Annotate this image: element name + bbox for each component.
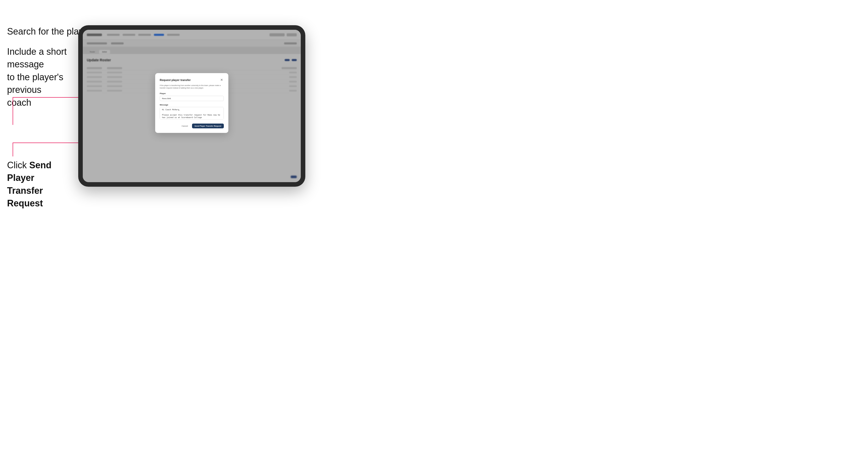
close-button[interactable]: ✕ (219, 78, 224, 82)
send-transfer-request-button[interactable]: Send Player Transfer Request (192, 123, 224, 128)
message-textarea[interactable]: Hi Coach McHarg, Please accept this tran… (160, 107, 224, 119)
arrow-line-vertical-1 (12, 97, 13, 125)
annotation-click-text: Click Send Player Transfer Request (7, 159, 73, 210)
cancel-button[interactable]: Cancel (180, 124, 190, 128)
tablet-frame: Roster Active Update Roster (78, 25, 305, 187)
modal-title: Request player transfer (160, 79, 191, 82)
modal-description: If the player is transferring from anoth… (160, 84, 224, 89)
arrow-line-vertical-2a (12, 143, 13, 156)
player-input[interactable] (160, 96, 224, 101)
modal-footer: Cancel Send Player Transfer Request (160, 123, 224, 128)
modal-overlay: Request player transfer ✕ If the player … (83, 30, 301, 182)
player-label: Player (160, 92, 224, 94)
modal-dialog: Request player transfer ✕ If the player … (155, 73, 228, 133)
tablet-screen: Roster Active Update Roster (83, 30, 301, 182)
message-label: Message (160, 103, 224, 106)
annotation-message-text: Include a short messageto the player's p… (7, 45, 78, 109)
modal-header: Request player transfer ✕ (160, 78, 224, 82)
